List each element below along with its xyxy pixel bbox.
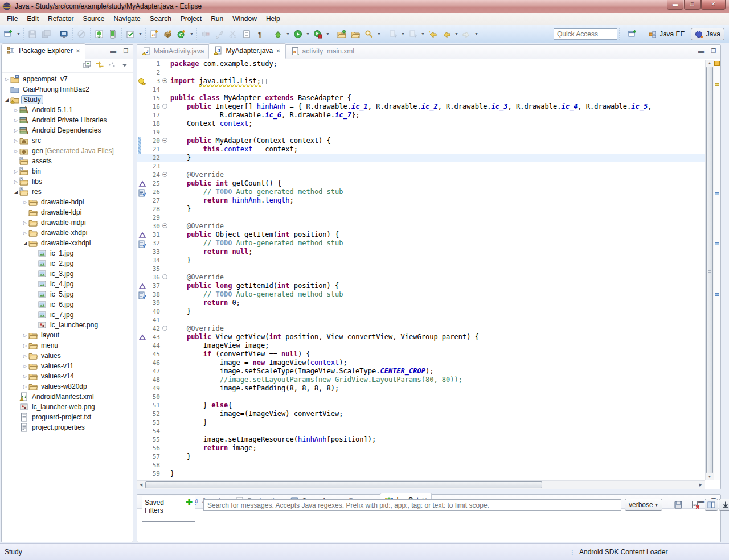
tree-item-proguard-project-txt[interactable]: proguard-project.txt	[2, 412, 133, 422]
tree-item-values-w820dp[interactable]: ▷values-w820dp	[2, 381, 133, 392]
scroll-down-icon[interactable]: ▼	[706, 473, 714, 480]
expand-icon[interactable]: ▷	[22, 230, 28, 236]
forward-button[interactable]	[460, 27, 473, 41]
expand-icon[interactable]: ▷	[13, 169, 19, 174]
restore-button[interactable]: ❐	[684, 0, 701, 10]
tree-item-assets[interactable]: assets	[2, 156, 133, 166]
tree-item-ic-3-jpg[interactable]: ic_3.jpg	[2, 269, 133, 279]
tree-item-ic-launcher-web-png[interactable]: ic_launcher-web.png	[2, 402, 133, 412]
tree-item-res[interactable]: ◢res	[2, 187, 133, 197]
expand-icon[interactable]: ▷	[13, 128, 19, 133]
menu-edit[interactable]: Edit	[22, 13, 43, 24]
tree-item-gen[interactable]: ▷gen [Generated Java Files]	[2, 146, 133, 156]
expand-icon[interactable]: ▷	[4, 77, 10, 82]
editor-tab-mainactivity-java[interactable]: JMainActivity.java	[137, 44, 208, 59]
back-dropdown-icon[interactable]: ▼	[453, 27, 460, 41]
fold-collapse-icon[interactable]: −	[162, 223, 167, 228]
minimize-view-icon[interactable]: ▬	[697, 47, 706, 55]
tree-item-ic-1-jpg[interactable]: ic_1.jpg	[2, 248, 133, 258]
tree-item-src[interactable]: ▷src	[2, 135, 133, 146]
toggle-whitespace-button[interactable]: ¶	[253, 27, 267, 41]
expand-icon[interactable]: ▷	[22, 384, 28, 389]
expand-icon[interactable]: ▷	[22, 333, 28, 338]
previous-annotation-button[interactable]	[386, 27, 400, 41]
scroll-left-icon[interactable]: ◀	[137, 481, 145, 489]
next-annotation-dropdown-icon[interactable]: ▼	[420, 27, 426, 41]
expand-icon[interactable]: ▷	[13, 149, 19, 154]
expand-icon[interactable]: ▷	[13, 118, 19, 123]
format-brush-button[interactable]	[212, 27, 226, 41]
tree-item-menu[interactable]: ▷menu	[2, 340, 133, 351]
skip-all-breakpoints-button[interactable]	[75, 27, 88, 41]
new-java-class-button[interactable]: C	[175, 27, 189, 41]
tree-item-drawable-hdpi[interactable]: ▷drawable-hdpi	[2, 197, 133, 207]
search-button[interactable]	[362, 27, 376, 41]
expand-icon[interactable]: ▷	[13, 179, 19, 184]
run-external-tools-button[interactable]	[311, 27, 325, 41]
perspective-java-ee[interactable]: Java EE	[645, 28, 689, 40]
collapse-icon[interactable]: ◢	[4, 97, 10, 102]
debug-button[interactable]	[271, 27, 285, 41]
tree-item-drawable-xhdpi[interactable]: ▷drawable-xhdpi	[2, 228, 133, 238]
tree-item-appcompat-v7[interactable]: ▷appcompat_v7	[2, 74, 133, 84]
tree-item-drawable-xxhdpi[interactable]: ◢drawable-xxhdpi	[2, 238, 133, 248]
maximize-view-icon[interactable]: ❒	[121, 47, 130, 55]
expand-icon[interactable]: ▷	[22, 374, 28, 379]
overview-marker[interactable]	[715, 242, 719, 245]
overview-marker[interactable]	[715, 293, 719, 296]
tree-item-study[interactable]: ◢Study	[2, 94, 133, 105]
tree-item-giaiphuongtrinhbac2[interactable]: GiaiPhuongTrinhBac2	[2, 84, 133, 94]
collapse-icon[interactable]: ◢	[22, 241, 28, 246]
android-virtual-device-manager-button[interactable]	[106, 27, 120, 41]
next-annotation-button[interactable]	[406, 27, 420, 41]
tree-item-values-v11[interactable]: ▷values-v11	[2, 361, 133, 371]
open-console-button[interactable]	[57, 27, 71, 41]
collapse-all-button[interactable]	[83, 60, 92, 71]
open-type-button[interactable]	[335, 27, 349, 41]
fold-collapse-icon[interactable]: −	[162, 274, 167, 279]
overview-marker[interactable]	[715, 83, 719, 86]
add-filter-icon[interactable]: ✚	[186, 499, 193, 519]
tree-item-ic-launcher-png[interactable]: ic_launcher.png	[2, 320, 133, 330]
menu-window[interactable]: Window	[228, 13, 261, 24]
new-android-xml-file-button[interactable]: a	[148, 27, 161, 41]
fold-collapse-icon[interactable]: −	[162, 172, 167, 177]
menu-help[interactable]: Help	[261, 13, 285, 24]
menu-run[interactable]: Run	[206, 13, 228, 24]
focus-on-active-task-button[interactable]	[108, 60, 117, 71]
collapsed-region-icon[interactable]	[262, 79, 267, 84]
open-task-button[interactable]	[199, 27, 212, 41]
close-button[interactable]: ✕	[701, 0, 726, 10]
expand-icon[interactable]: ▷	[13, 108, 19, 113]
editor-tab-myadapter-java[interactable]: JMyAdapter.java✕	[208, 43, 285, 59]
link-with-editor-button[interactable]	[95, 60, 104, 71]
tree-item-ic-5-jpg[interactable]: ic_5.jpg	[2, 289, 133, 299]
expand-icon[interactable]: ▷	[22, 220, 28, 225]
expand-icon[interactable]: ▷	[22, 364, 28, 369]
fold-collapse-icon[interactable]: −	[162, 326, 167, 331]
collapse-icon[interactable]: ◢	[13, 190, 19, 195]
run-external-tools-dropdown-icon[interactable]: ▼	[325, 27, 331, 41]
fold-expand-icon[interactable]: +	[162, 78, 167, 83]
open-perspective-button[interactable]	[626, 27, 640, 41]
save-button[interactable]	[26, 27, 39, 41]
debug-dropdown-icon[interactable]: ▼	[285, 27, 291, 41]
new-java-package-button[interactable]	[161, 27, 175, 41]
tree-item-android-5-1-1[interactable]: ▷Android 5.1.1	[2, 105, 133, 115]
tree-item-project-properties[interactable]: project.properties	[2, 422, 133, 433]
menu-source[interactable]: Source	[78, 13, 109, 24]
menu-file[interactable]: File	[2, 13, 22, 24]
tree-item-values-v14[interactable]: ▷values-v14	[2, 371, 133, 381]
expand-icon[interactable]: ▷	[22, 343, 28, 348]
run-button[interactable]	[291, 27, 305, 41]
expand-icon[interactable]: ▷	[22, 353, 28, 359]
tree-item-ic-6-jpg[interactable]: ic_6.jpg	[2, 299, 133, 310]
menu-project[interactable]: Project	[176, 13, 206, 24]
toggle-display-button[interactable]	[705, 499, 718, 511]
scroll-up-icon[interactable]: ▲	[706, 60, 714, 67]
expand-icon[interactable]: ▷	[13, 138, 19, 143]
tree-item-drawable-mdpi[interactable]: ▷drawable-mdpi	[2, 217, 133, 228]
scroll-lock-button[interactable]	[719, 499, 729, 511]
editor-horizontal-scrollbar[interactable]: ◀ ▶	[137, 480, 705, 489]
run-last-launched-dropdown-icon[interactable]: ▼	[137, 27, 144, 41]
